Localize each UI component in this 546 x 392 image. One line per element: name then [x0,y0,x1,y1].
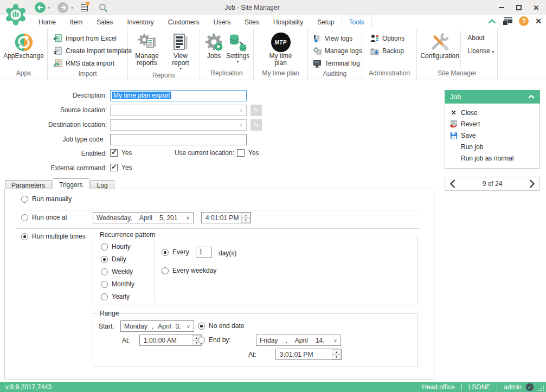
use-current-yes-label: Yes [248,149,259,157]
create-import-template-button[interactable]: x Create import template [53,46,132,56]
pattern-daily-radio[interactable] [101,256,108,263]
manage-reports-button[interactable]: Manage reports [131,31,163,70]
job-type-code-input[interactable] [110,134,247,145]
destination-location-edit-button[interactable]: ✎ [250,119,262,131]
minimize-button[interactable] [494,2,509,14]
ribbon-tab-tools[interactable]: Tools [342,16,372,28]
start-date-picker[interactable]: Monday , April 3, ∨ [120,320,194,332]
view-logs-button[interactable]: View logs [312,33,362,44]
terminal-log-button[interactable]: Terminal log [312,58,362,69]
ribbon-tab-setup[interactable]: Setup [310,16,341,28]
run-manually-radio[interactable] [21,196,28,203]
collapse-panel-icon[interactable] [528,95,535,99]
ribbon-tab-strip: Home Item Sales Inventory Customers User… [31,15,372,29]
spin-down-icon[interactable]: ▼ [241,218,250,223]
view-report-button[interactable]: View report ▾ [165,31,196,70]
configuration-button[interactable]: Configuration [420,31,459,68]
start-time-picker[interactable]: 1:00:00 AM ▲▼ [139,335,202,346]
ribbon-tab-hospitality[interactable]: Hospitality [266,16,310,28]
ribbon-group-reports: Manage reports View report ▾ Reports [128,29,200,80]
run-multiple-radio[interactable] [21,233,28,240]
status-system[interactable]: LSONE [462,383,497,391]
pattern-monthly-radio[interactable] [101,281,108,288]
previous-record-icon[interactable] [450,179,455,188]
job-revert-button[interactable]: Revert [445,118,539,130]
windows-panel-icon[interactable] [503,17,512,25]
forward-button[interactable] [57,2,68,13]
forward-dropdown-caret[interactable]: ▾ [71,5,73,10]
run-once-date-picker[interactable]: Wednesday, April 5, 201 ∨ [93,212,194,223]
next-record-icon[interactable] [529,179,535,188]
job-run-button[interactable]: Run job [445,141,539,152]
chevron-down-icon: ∨ [239,107,243,113]
every-weekday-radio[interactable] [162,267,169,274]
every-n-days-input[interactable] [196,247,212,258]
back-button[interactable] [35,2,46,13]
rms-data-import-button[interactable]: RML RMS data import [53,58,132,69]
job-close-button[interactable]: ✕ Close [445,107,539,118]
options-button[interactable]: Options [370,33,404,44]
replication-settings-button[interactable]: Settings ▾ [226,31,250,68]
external-command-checkbox[interactable] [110,164,118,171]
ribbon-group-auditing: View logs Manage logs Terminal log Audit… [308,29,362,80]
every-n-days-radio[interactable] [162,249,169,256]
ribbon-tab-item[interactable]: Item [63,16,89,28]
ribbon-tab-inventory[interactable]: Inventory [120,16,160,28]
description-label: Description: [0,90,107,101]
back-dropdown-caret[interactable]: ▾ [48,5,50,10]
spin-up-icon[interactable]: ▲ [241,213,250,218]
ribbon-tab-home[interactable]: Home [31,16,63,28]
end-date-picker[interactable]: Friday , April 14, ∨ [256,335,341,346]
source-location-select[interactable]: ∨ [110,105,247,116]
jobs-button[interactable]: Jobs [203,31,224,68]
search-icon[interactable] [99,3,108,12]
tab-log[interactable]: Log [91,180,114,189]
resize-grip[interactable] [538,385,544,391]
manage-logs-label: Manage logs [325,47,362,55]
status-user[interactable]: admin [497,383,526,391]
collapse-ribbon-icon[interactable] [488,19,496,24]
view-logs-label: View logs [325,35,352,42]
source-location-edit-button[interactable]: ✎ [250,105,262,116]
ribbon-tab-users[interactable]: Users [207,16,237,28]
help-icon[interactable]: ? [519,16,529,26]
tab-parameters[interactable]: Parameters [5,180,52,189]
ribbon-tab-sales[interactable]: Sales [89,16,120,28]
import-from-excel-button[interactable]: Import from Excel [53,33,132,44]
no-end-date-radio[interactable] [198,323,205,330]
enabled-checkbox[interactable] [110,149,118,157]
job-run-as-normal-button[interactable]: Run job as normal [445,152,539,164]
rms-data-import-label: RMS data import [66,60,114,67]
end-time-picker[interactable]: 3:01:01 PM ▲▼ [275,349,342,360]
no-end-date-label: No end date [209,322,244,330]
manage-logs-button[interactable]: Manage logs [312,46,362,56]
job-save-label: Save [461,132,476,139]
appexchange-button[interactable]: AppExchange [3,31,44,68]
job-run-as-normal-label: Run job as normal [461,155,513,162]
tab-triggers[interactable]: Triggers [53,178,89,189]
license-button[interactable]: License ▾ [467,47,494,55]
about-button[interactable]: About [467,34,494,42]
backup-button[interactable]: Backup [370,46,404,56]
spin-down-icon[interactable]: ▼ [332,355,341,360]
run-once-time-picker[interactable]: 4:01:01 PM ▲▼ [201,212,251,223]
close-form-icon[interactable]: ✕ [535,17,542,25]
job-save-button[interactable]: Save [445,130,539,141]
run-once-radio[interactable] [21,214,28,221]
ribbon-tab-customers[interactable]: Customers [161,16,207,28]
pattern-weekly-radio[interactable] [101,268,108,275]
maximize-button[interactable] [512,2,526,14]
status-location[interactable]: Head office [415,383,461,391]
my-time-plan-button[interactable]: MTP My time plan [264,31,298,68]
pattern-hourly-radio[interactable] [101,243,108,250]
ribbon-tab-sites[interactable]: Sites [237,16,266,28]
close-window-button[interactable]: ✕ [529,2,543,14]
source-location-label: Source location: [0,105,107,116]
recent-items-icon[interactable] [81,3,89,12]
spin-up-icon[interactable]: ▲ [332,349,341,355]
end-by-radio[interactable] [198,337,205,344]
description-input[interactable]: My time plan export [110,90,247,101]
pattern-yearly-radio[interactable] [101,293,108,300]
destination-location-select[interactable]: ∨ [110,119,247,131]
use-current-location-checkbox[interactable] [237,149,245,157]
